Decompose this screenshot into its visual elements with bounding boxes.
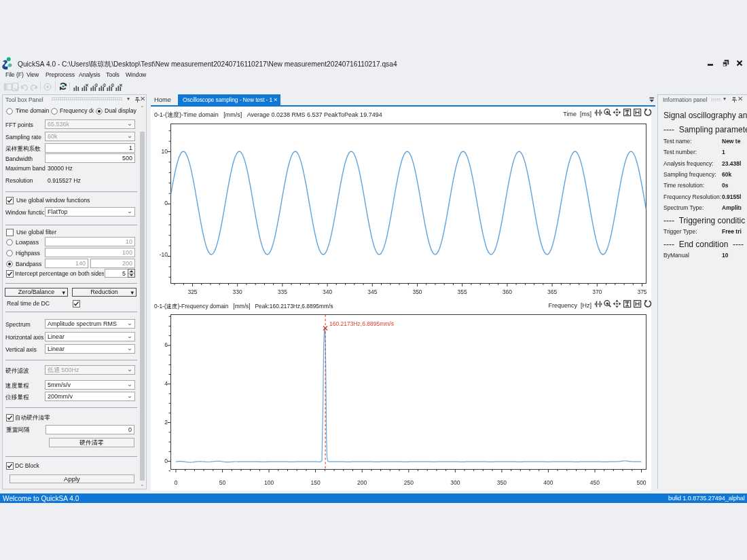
svg-text:340: 340 <box>323 288 332 295</box>
svg-text:160.2173Hz,6.8895mm/s: 160.2173Hz,6.8895mm/s <box>329 320 394 327</box>
svg-text:300: 300 <box>450 479 460 486</box>
svg-text:345: 345 <box>367 288 377 295</box>
svg-text:0: 0 <box>175 479 178 486</box>
svg-text:335: 335 <box>278 288 287 295</box>
svg-text:400: 400 <box>543 479 553 486</box>
svg-text:365: 365 <box>547 288 557 295</box>
svg-text:0: 0 <box>164 458 168 464</box>
svg-text:200: 200 <box>357 479 367 486</box>
svg-text:350: 350 <box>412 288 422 295</box>
svg-text:360: 360 <box>503 288 512 295</box>
svg-text:330: 330 <box>233 288 242 295</box>
svg-text:350: 350 <box>497 479 507 486</box>
svg-text:375: 375 <box>637 288 646 295</box>
svg-text:0-1-(速度)-Time domain [mm/s]: 0-1-(速度)-Time domain [mm/s] Average 0.02… <box>154 111 382 118</box>
svg-text:325: 325 <box>187 288 197 295</box>
svg-text:6: 6 <box>164 341 168 348</box>
svg-text:355: 355 <box>458 288 467 295</box>
svg-text:50: 50 <box>219 479 226 486</box>
svg-text:150: 150 <box>311 479 321 486</box>
svg-text:10: 10 <box>162 148 168 155</box>
svg-text:100: 100 <box>264 479 274 486</box>
svg-text:Time [ms]: Time [ms] <box>563 111 591 117</box>
svg-text:500: 500 <box>636 479 646 486</box>
svg-text:250: 250 <box>404 479 414 486</box>
svg-text:370: 370 <box>592 288 602 295</box>
svg-text:2: 2 <box>164 419 168 426</box>
svg-text:0-1-(速度)-Frequency domain [m: 0-1-(速度)-Frequency domain [mm/s] Peak:16… <box>154 303 333 310</box>
svg-text:450: 450 <box>590 479 600 486</box>
svg-text:0: 0 <box>164 200 168 206</box>
svg-text:4: 4 <box>164 380 168 387</box>
svg-text:-10: -10 <box>160 251 168 258</box>
svg-text:Frequency [Hz]: Frequency [Hz] <box>548 302 591 309</box>
